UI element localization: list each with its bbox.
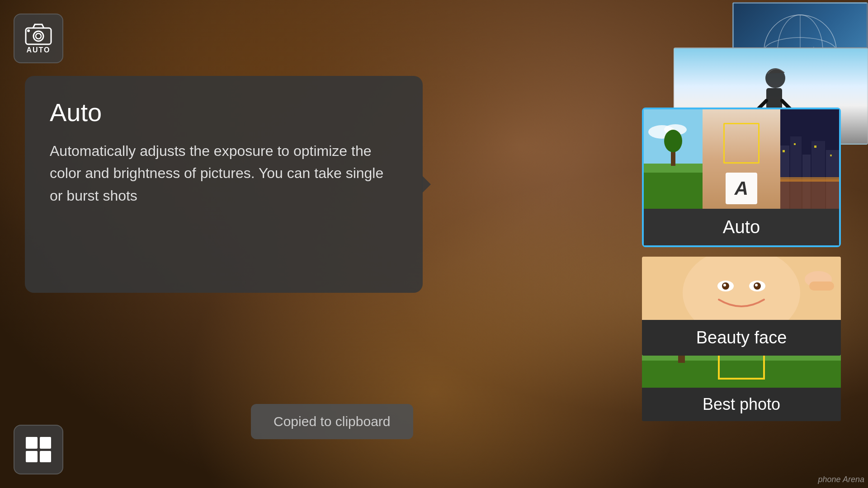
panel-arrow <box>422 175 431 193</box>
watermark-text: phone Arena <box>818 475 864 484</box>
svg-point-43 <box>755 284 758 286</box>
grid-cell-1 <box>26 437 38 449</box>
beauty-face-image <box>642 257 841 320</box>
svg-point-3 <box>27 29 30 32</box>
mode-description: Automatically adjusts the exposure to op… <box>50 140 398 207</box>
camera-auto-button[interactable]: AUTO <box>14 14 63 63</box>
svg-point-37 <box>683 257 800 320</box>
svg-rect-35 <box>830 155 832 156</box>
svg-rect-34 <box>814 145 816 148</box>
best-photo-label-text: Best photo <box>703 395 780 413</box>
camera-mode-label: AUTO <box>26 46 50 54</box>
svg-rect-47 <box>642 361 841 388</box>
grid-cell-2 <box>40 437 52 449</box>
watermark: phone Arena <box>818 475 864 484</box>
svg-rect-19 <box>644 173 703 209</box>
beauty-face-visual <box>642 257 841 320</box>
face-detection-box <box>723 123 760 164</box>
grid-button[interactable] <box>14 425 63 474</box>
auto-icon-overlay: A <box>726 173 757 204</box>
best-photo-label: Best photo <box>642 388 841 421</box>
svg-rect-32 <box>783 150 785 152</box>
toast-text: Copied to clipboard <box>274 414 391 429</box>
landscape-svg <box>644 109 703 209</box>
mode-title: Auto <box>50 99 398 127</box>
clipboard-toast: Copied to clipboard <box>251 404 413 439</box>
grid-icon <box>26 437 51 462</box>
svg-rect-45 <box>809 282 834 291</box>
city-thumbnail <box>780 109 839 209</box>
svg-point-40 <box>723 284 726 286</box>
beauty-label-text: Beauty face <box>696 328 787 347</box>
auto-card-images: A <box>644 109 839 209</box>
city-svg <box>780 109 839 209</box>
svg-rect-30 <box>780 179 839 209</box>
beauty-face-card[interactable]: Beauty face <box>642 257 841 356</box>
auto-label-text: Auto <box>723 217 760 237</box>
auto-mode-card[interactable]: A Auto <box>642 108 841 247</box>
svg-point-2 <box>36 33 41 39</box>
landscape-thumbnail <box>644 109 703 209</box>
svg-point-1 <box>33 31 43 41</box>
svg-point-23 <box>664 130 682 152</box>
grid-cell-4 <box>40 451 52 463</box>
portrait-thumbnail: A <box>703 109 780 209</box>
camera-icon <box>25 23 52 45</box>
auto-letter: A <box>735 178 748 199</box>
beauty-face-svg <box>642 257 841 320</box>
grid-cell-3 <box>26 451 38 463</box>
beauty-card-label: Beauty face <box>642 320 841 356</box>
svg-rect-33 <box>794 143 796 145</box>
description-panel: Auto Automatically adjusts the exposure … <box>25 76 423 293</box>
auto-card-label: Auto <box>644 209 839 245</box>
svg-rect-31 <box>780 177 839 182</box>
